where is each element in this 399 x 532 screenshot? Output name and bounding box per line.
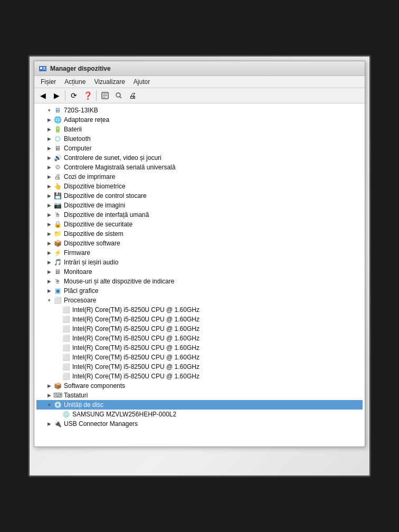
menu-fisier[interactable]: Fișier <box>36 77 60 87</box>
properties-button[interactable] <box>99 90 111 101</box>
expand-arrow[interactable]: ▶ <box>45 239 53 248</box>
item-label: Intel(R) Core(TM) i5-8250U CPU @ 1.60GHz <box>72 335 200 342</box>
tree-item[interactable]: ⬜Intel(R) Core(TM) i5-8250U CPU @ 1.60GH… <box>36 362 363 372</box>
tree-item[interactable]: ▾💿Unități de disc <box>36 400 363 410</box>
expand-arrow[interactable]: ▶ <box>45 420 53 428</box>
item-label: Dispozitive de securitate <box>64 221 132 228</box>
expand-arrow[interactable] <box>53 372 62 381</box>
expand-arrow[interactable] <box>53 344 62 352</box>
tree-item[interactable]: ▶🖨Cozi de imprimare <box>36 172 363 182</box>
expand-arrow[interactable]: ▶ <box>45 135 53 143</box>
tree-item[interactable]: ▶📷Dispozitive de imagini <box>36 201 363 210</box>
tree-item[interactable]: ⬜Intel(R) Core(TM) i5-8250U CPU @ 1.60GH… <box>36 305 363 315</box>
expand-arrow[interactable] <box>53 306 62 314</box>
tree-item[interactable]: 💿SAMSUNG MZVLW256HEHP-000L2 <box>36 410 363 419</box>
expand-arrow[interactable]: ▶ <box>45 154 53 162</box>
expand-arrow[interactable]: ▶ <box>45 163 53 172</box>
tree-item[interactable]: ▶💾Dispozitive de control stocare <box>36 191 363 201</box>
title-bar: Manager dispozitive <box>34 61 365 76</box>
tree-item[interactable]: ▶🔊Controlere de sunet, video și jocuri <box>36 153 363 163</box>
expand-arrow[interactable]: ▶ <box>45 211 53 219</box>
expand-arrow[interactable]: ▶ <box>45 391 53 400</box>
tree-item[interactable]: ▶📦Software components <box>36 381 363 391</box>
tree-item[interactable]: ▶🔒Dispozitive de securitate <box>36 220 363 229</box>
tree-item[interactable]: ▶⬡Bluetooth <box>36 134 363 144</box>
expand-arrow[interactable]: ▶ <box>45 116 53 124</box>
tree-item[interactable]: ▶⌨Tastaturi <box>36 391 363 400</box>
tree-item[interactable]: ⬜Intel(R) Core(TM) i5-8250U CPU @ 1.60GH… <box>36 324 363 334</box>
expand-arrow[interactable]: ▶ <box>45 382 53 390</box>
expand-arrow[interactable] <box>53 334 62 343</box>
root-label: 720S-13IKB <box>64 107 98 114</box>
expand-arrow[interactable]: ▶ <box>45 201 53 210</box>
tree-item[interactable]: ▶🖥Computer <box>36 144 363 153</box>
expand-arrow[interactable] <box>53 353 62 362</box>
forward-button[interactable]: ▶ <box>50 90 63 101</box>
item-icon: 👆 <box>53 182 62 191</box>
expand-arrow[interactable]: ▶ <box>45 144 53 153</box>
expand-arrow[interactable]: ▶ <box>45 182 53 191</box>
item-icon: ⚙ <box>53 163 62 172</box>
expand-arrow[interactable]: ▶ <box>45 220 53 229</box>
item-label: Tastaturi <box>64 392 88 399</box>
help-button[interactable]: ❓ <box>81 90 94 101</box>
item-icon: 🖨 <box>53 173 62 181</box>
expand-arrow[interactable]: ▶ <box>45 287 53 295</box>
expand-arrow[interactable]: ▶ <box>45 230 53 238</box>
item-label: Baterii <box>64 126 82 133</box>
expand-arrow[interactable]: ▶ <box>45 258 53 267</box>
expand-arrow[interactable]: ▾ <box>45 296 53 305</box>
tree-item[interactable]: ▶📁Dispozitive de sistem <box>36 229 363 239</box>
expand-arrow[interactable]: ▶ <box>45 277 53 286</box>
print-button[interactable]: 🖨 <box>126 90 139 101</box>
item-label: Procesoare <box>64 297 96 304</box>
tree-item[interactable]: ▶🔌USB Connector Managers <box>36 419 363 429</box>
item-icon: ⬜ <box>62 353 70 362</box>
expand-arrow[interactable]: ▶ <box>45 173 53 181</box>
tree-item[interactable]: ▶⚙Controlere Magistrală serială universa… <box>36 163 363 172</box>
menu-actiune[interactable]: Acțiune <box>60 77 90 87</box>
expand-arrow[interactable]: ▾ <box>45 401 53 409</box>
item-label: Software components <box>64 382 125 390</box>
item-icon: 📁 <box>53 230 62 238</box>
refresh-button[interactable]: ⟳ <box>68 90 80 101</box>
tree-item[interactable]: ⬜Intel(R) Core(TM) i5-8250U CPU @ 1.60GH… <box>36 353 363 362</box>
back-button[interactable]: ◀ <box>36 90 49 101</box>
scan-button[interactable] <box>112 90 125 101</box>
item-icon: 📦 <box>53 239 62 248</box>
tree-item[interactable]: ▶🌐Adaptoare rețea <box>36 115 363 125</box>
tree-item[interactable]: ▶🖱Mouse-uri și alte dispozitive de indic… <box>36 277 363 286</box>
item-icon: 💾 <box>53 192 62 200</box>
item-label: Intel(R) Core(TM) i5-8250U CPU @ 1.60GHz <box>72 325 200 332</box>
root-expand-arrow[interactable]: ▾ <box>45 106 53 115</box>
tree-item[interactable]: ⬜Intel(R) Core(TM) i5-8250U CPU @ 1.60GH… <box>36 315 363 324</box>
expand-arrow[interactable]: ▶ <box>45 125 53 134</box>
tree-item[interactable]: ⬜Intel(R) Core(TM) i5-8250U CPU @ 1.60GH… <box>36 334 363 343</box>
expand-arrow[interactable]: ▶ <box>45 268 53 276</box>
toolbar-separator-2 <box>96 90 97 101</box>
tree-root[interactable]: ▾ 🖥 720S-13IKB <box>36 106 363 115</box>
item-label: Monitoare <box>64 268 92 276</box>
menu-vizualizare[interactable]: Vizualizare <box>90 77 129 87</box>
expand-arrow[interactable] <box>53 410 62 419</box>
expand-arrow[interactable]: ▶ <box>45 249 53 257</box>
tree-item[interactable]: ⬜Intel(R) Core(TM) i5-8250U CPU @ 1.60GH… <box>36 372 363 381</box>
tree-item[interactable]: ▶🎵Intrări și ieșiri audio <box>36 258 363 267</box>
expand-arrow[interactable] <box>53 315 62 324</box>
tree-item[interactable]: ▶⚡Firmware <box>36 248 363 258</box>
item-icon: 🔒 <box>53 220 62 229</box>
expand-arrow[interactable]: ▶ <box>45 192 53 200</box>
tree-item[interactable]: ▶🖥Monitoare <box>36 267 363 277</box>
tree-item[interactable]: ▾⬜Procesoare <box>36 296 363 305</box>
expand-arrow[interactable] <box>53 363 62 371</box>
tree-item[interactable]: ⬜Intel(R) Core(TM) i5-8250U CPU @ 1.60GH… <box>36 343 363 353</box>
tree-item[interactable]: ▶▣Plăci grafice <box>36 286 363 296</box>
tree-item[interactable]: ▶👆Dispozitive biometrice <box>36 182 363 191</box>
item-label: Intel(R) Core(TM) i5-8250U CPU @ 1.60GHz <box>72 316 200 323</box>
expand-arrow[interactable] <box>53 325 62 333</box>
tree-item[interactable]: ▶🔋Baterii <box>36 125 363 134</box>
item-label: Controlere Magistrală serială universală <box>64 164 175 171</box>
tree-item[interactable]: ▶📦Dispozitive software <box>36 239 363 248</box>
menu-ajutor[interactable]: Ajutor <box>129 77 154 87</box>
tree-item[interactable]: ▶🖱Dispozitive de interfață umană <box>36 210 363 220</box>
